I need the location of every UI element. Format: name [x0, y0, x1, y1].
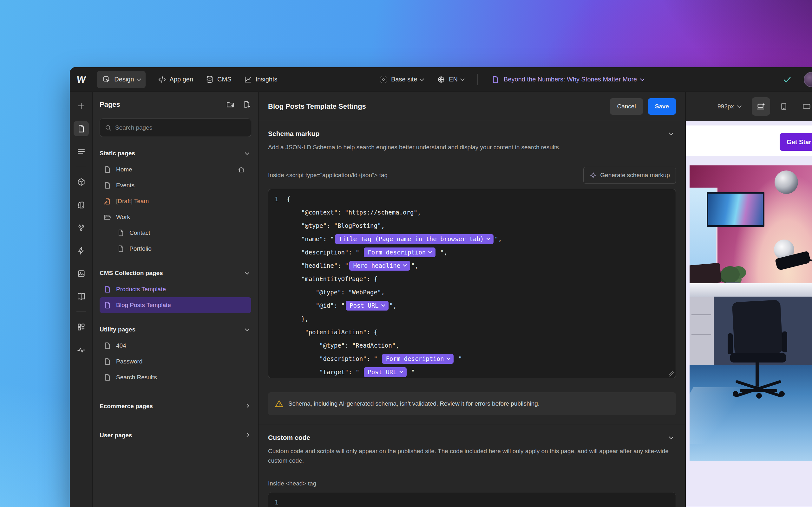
saved-check-icon [782, 75, 792, 84]
variables-button[interactable] [73, 220, 89, 235]
save-button[interactable]: Save [648, 98, 676, 115]
chart-icon [244, 75, 252, 84]
components-button[interactable] [73, 175, 89, 190]
utility-pages-label: Utility pages [100, 326, 136, 333]
cms-pages-header[interactable]: CMS Collection pages [100, 265, 251, 281]
design-mode-button[interactable]: Design [97, 71, 145, 88]
page-item-label: Blog Posts Template [116, 302, 171, 308]
desktop-breakpoint-button[interactable] [752, 97, 770, 116]
apps-button[interactable] [73, 320, 89, 335]
photo-plant [721, 266, 740, 283]
code-row: "mainEntityOfPage": { [268, 272, 676, 285]
static-pages-label: Static pages [100, 150, 135, 157]
search-pages-field[interactable] [100, 118, 251, 137]
code-text-segment: "description": " [287, 249, 363, 256]
chip-label: Hero headline [353, 262, 400, 269]
schema-variable-chip[interactable]: Post URL [346, 301, 389, 311]
page-item-label: Contact [130, 229, 150, 236]
audit-button[interactable] [73, 342, 89, 357]
head-code-editor[interactable]: 1 [268, 492, 676, 507]
get-started-button[interactable]: Get Started [780, 133, 812, 151]
search-pages-input[interactable] [115, 124, 247, 131]
schema-variable-chip[interactable]: Title Tag (Page name in the browser tab) [335, 234, 494, 244]
sidebar-item-draft-team[interactable]: [Draft] Team [100, 193, 251, 209]
chip-label: Title Tag (Page name in the browser tab) [339, 235, 484, 242]
chevron-down-icon [381, 302, 386, 307]
design-cursor-icon [102, 75, 111, 84]
home-icon [237, 165, 246, 174]
schema-variable-chip[interactable]: Post URL [364, 367, 407, 377]
add-element-button[interactable] [73, 98, 89, 113]
chevron-down-icon [245, 151, 249, 155]
static-pages-header[interactable]: Static pages [100, 145, 251, 162]
generate-schema-label: Generate schema markup [600, 172, 670, 179]
sidebar-item-contact[interactable]: Contact [113, 225, 251, 241]
sidebar-item-password[interactable]: Password [100, 354, 251, 370]
tablet-breakpoint-button[interactable] [774, 97, 793, 116]
style-swatch-icon [77, 200, 86, 210]
photo-chair-arm [782, 331, 787, 352]
schema-variable-chip[interactable]: Hero headline [349, 261, 410, 271]
navigator-button[interactable] [73, 144, 89, 159]
resize-handle[interactable] [669, 372, 674, 377]
breakpoint-selector[interactable]: 992px [717, 103, 741, 110]
custom-code-section-header[interactable]: Custom code [268, 434, 676, 441]
interactions-button[interactable] [73, 243, 89, 258]
assets-button[interactable] [73, 266, 89, 281]
folder-plus-icon[interactable] [226, 100, 235, 109]
schema-code-editor[interactable]: 1{ "@context": "https://schema.org", "@t… [268, 189, 676, 378]
generate-schema-button[interactable]: Generate schema markup [583, 167, 676, 184]
sidebar-item-work-folder[interactable]: Work [100, 209, 251, 225]
user-pages-header[interactable]: User pages [100, 427, 251, 444]
page-plus-icon[interactable] [242, 100, 251, 109]
warning-triangle-icon [274, 399, 284, 408]
utility-pages-header[interactable]: Utility pages [100, 321, 251, 338]
page-icon [103, 181, 112, 189]
schema-variable-chip[interactable]: Form description [382, 354, 454, 364]
libraries-button[interactable] [73, 289, 89, 304]
sidebar-item-blog-posts-template[interactable]: Blog Posts Template [100, 297, 251, 313]
code-row: "@type": "BlogPosting", [268, 219, 676, 232]
pages-panel-button[interactable] [73, 121, 89, 136]
avatar[interactable] [804, 72, 812, 87]
interactions-drops-icon [77, 223, 86, 233]
webflow-logo[interactable]: W [76, 74, 86, 85]
office-photo[interactable] [690, 165, 812, 461]
cancel-button[interactable]: Cancel [610, 98, 643, 115]
design-canvas[interactable]: Get Started [686, 121, 812, 507]
chip-label: Form description [368, 249, 426, 256]
app-gen-label: App gen [170, 76, 194, 83]
insights-button[interactable]: Insights [244, 75, 277, 84]
rail-divider [77, 312, 86, 312]
sidebar-item-home[interactable]: Home [100, 162, 251, 177]
locale-selector[interactable]: EN [437, 75, 464, 84]
base-site-selector[interactable]: Base site [379, 75, 423, 84]
globe-icon [437, 75, 446, 84]
sidebar-item-search-results[interactable]: Search Results [100, 370, 251, 385]
ecommerce-pages-header[interactable]: Ecommerce pages [100, 398, 251, 414]
chip-label: Form description [386, 355, 444, 362]
pages-panel-title: Pages [100, 101, 120, 109]
photo-tv-screen [707, 192, 764, 227]
photo-chair-pole [756, 362, 759, 387]
sidebar-item-products-template[interactable]: Products Template [100, 281, 251, 297]
schema-markup-section-header[interactable]: Schema markup [268, 130, 676, 137]
schema-warning-note: Schema, including AI-generated schema, i… [268, 392, 676, 415]
cms-button[interactable]: CMS [205, 75, 231, 84]
viewfinder-icon [379, 75, 388, 84]
page-item-label: Search Results [116, 374, 157, 381]
app-gen-button[interactable]: App gen [158, 75, 194, 84]
rail-divider [77, 167, 86, 167]
code-row: "target": " Post URL " [268, 365, 676, 378]
sidebar-item-portfolio[interactable]: Portfolio [113, 241, 251, 257]
lightning-icon [77, 246, 86, 256]
photo-chair-back [732, 300, 783, 355]
sidebar-item-404[interactable]: 404 [100, 338, 251, 354]
style-manager-button[interactable] [73, 198, 89, 213]
code-text-segment: ", [437, 249, 447, 256]
sidebar-item-events[interactable]: Events [100, 177, 251, 193]
site-navbar-preview[interactable]: Get Started [686, 125, 812, 156]
current-page-selector[interactable]: Beyond the Numbers: Why Stories Matter M… [491, 75, 644, 84]
phone-breakpoint-button[interactable] [798, 97, 812, 116]
schema-variable-chip[interactable]: Form description [364, 247, 436, 257]
